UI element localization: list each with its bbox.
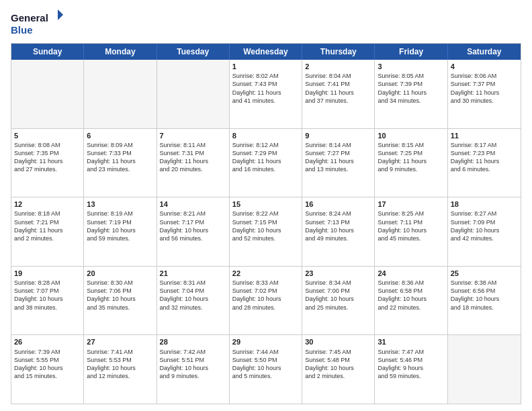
day-info: Sunrise: 7:41 AMSunset: 5:53 PMDaylight:… [87,348,153,381]
day-number: 17 [378,199,444,209]
calendar: SundayMondayTuesdayWednesdayThursdayFrid… [11,43,521,404]
day-number: 1 [232,62,299,71]
day-header-wednesday: Wednesday [230,44,302,60]
day-info: Sunrise: 8:04 AMSunset: 7:41 PMDaylight:… [305,72,371,105]
day-cell: 16Sunrise: 8:24 AMSunset: 7:13 PMDayligh… [302,197,375,266]
svg-text:General: General [11,12,48,24]
day-number: 24 [378,269,444,278]
day-cell [157,60,230,128]
day-info: Sunrise: 8:22 AMSunset: 7:15 PMDaylight:… [232,210,299,242]
day-cell: 7Sunrise: 8:11 AMSunset: 7:31 PMDaylight… [157,129,230,197]
day-cell: 27Sunrise: 7:41 AMSunset: 5:53 PMDayligh… [84,335,157,404]
day-info: Sunrise: 8:08 AMSunset: 7:35 PMDaylight:… [14,141,81,174]
day-cell: 13Sunrise: 8:19 AMSunset: 7:19 PMDayligh… [84,197,157,266]
day-cell: 20Sunrise: 8:30 AMSunset: 7:06 PMDayligh… [84,267,157,335]
day-info: Sunrise: 8:24 AMSunset: 7:13 PMDaylight:… [305,210,371,242]
day-number: 16 [305,199,371,209]
day-header-tuesday: Tuesday [157,44,230,60]
day-number: 21 [160,269,226,278]
page: General Blue SundayMondayTuesdayWednesda… [0,0,532,411]
day-info: Sunrise: 8:15 AMSunset: 7:25 PMDaylight:… [378,141,444,174]
day-cell: 22Sunrise: 8:33 AMSunset: 7:02 PMDayligh… [230,267,302,335]
day-number: 10 [378,131,444,140]
day-cell [84,60,157,128]
day-info: Sunrise: 8:33 AMSunset: 7:02 PMDaylight:… [232,279,299,312]
day-info: Sunrise: 8:09 AMSunset: 7:33 PMDaylight:… [87,141,153,174]
day-cell: 19Sunrise: 8:28 AMSunset: 7:07 PMDayligh… [11,267,84,335]
week-2: 5Sunrise: 8:08 AMSunset: 7:35 PMDaylight… [11,128,521,197]
day-number: 28 [160,337,226,347]
day-cell: 11Sunrise: 8:17 AMSunset: 7:23 PMDayligh… [448,129,521,197]
day-info: Sunrise: 8:34 AMSunset: 7:00 PMDaylight:… [305,279,371,312]
day-cell: 25Sunrise: 8:38 AMSunset: 6:56 PMDayligh… [448,267,521,335]
day-number: 2 [305,62,371,71]
day-cell [11,60,84,128]
week-5: 26Sunrise: 7:39 AMSunset: 5:55 PMDayligh… [11,334,521,404]
day-info: Sunrise: 7:39 AMSunset: 5:55 PMDaylight:… [14,348,81,381]
day-info: Sunrise: 8:02 AMSunset: 7:43 PMDaylight:… [232,72,299,105]
day-cell: 3Sunrise: 8:05 AMSunset: 7:39 PMDaylight… [375,60,447,128]
day-cell: 6Sunrise: 8:09 AMSunset: 7:33 PMDaylight… [84,129,157,197]
day-cell: 17Sunrise: 8:25 AMSunset: 7:11 PMDayligh… [375,197,447,266]
day-number: 29 [232,337,299,347]
svg-text:Blue: Blue [11,24,33,36]
day-number: 13 [87,199,153,209]
day-number: 27 [87,337,153,347]
day-number: 26 [14,337,81,347]
week-1: 1Sunrise: 8:02 AMSunset: 7:43 PMDaylight… [11,60,521,128]
day-cell: 10Sunrise: 8:15 AMSunset: 7:25 PMDayligh… [375,129,447,197]
day-number: 20 [87,269,153,278]
day-cell: 21Sunrise: 8:31 AMSunset: 7:04 PMDayligh… [157,267,230,335]
day-number: 11 [451,131,518,140]
day-header-saturday: Saturday [448,44,521,60]
day-info: Sunrise: 8:14 AMSunset: 7:27 PMDaylight:… [305,141,371,174]
svg-marker-1 [58,9,63,20]
week-4: 19Sunrise: 8:28 AMSunset: 7:07 PMDayligh… [11,266,521,335]
logo-icon: General Blue [11,8,64,38]
day-cell: 4Sunrise: 8:06 AMSunset: 7:37 PMDaylight… [448,60,521,128]
day-info: Sunrise: 8:18 AMSunset: 7:21 PMDaylight:… [14,210,81,242]
day-info: Sunrise: 7:44 AMSunset: 5:50 PMDaylight:… [232,348,299,381]
day-header-sunday: Sunday [11,44,84,60]
day-number: 6 [87,131,153,140]
day-headers: SundayMondayTuesdayWednesdayThursdayFrid… [11,44,521,60]
day-info: Sunrise: 8:28 AMSunset: 7:07 PMDaylight:… [14,279,81,312]
day-info: Sunrise: 8:12 AMSunset: 7:29 PMDaylight:… [232,141,299,174]
day-number: 18 [451,199,518,209]
day-number: 14 [160,199,226,209]
day-info: Sunrise: 8:30 AMSunset: 7:06 PMDaylight:… [87,279,153,312]
week-3: 12Sunrise: 8:18 AMSunset: 7:21 PMDayligh… [11,197,521,266]
day-cell: 18Sunrise: 8:27 AMSunset: 7:09 PMDayligh… [448,197,521,266]
weeks: 1Sunrise: 8:02 AMSunset: 7:43 PMDaylight… [11,60,521,404]
day-number: 9 [305,131,371,140]
day-header-monday: Monday [84,44,157,60]
day-cell: 1Sunrise: 8:02 AMSunset: 7:43 PMDaylight… [230,60,302,128]
day-info: Sunrise: 8:19 AMSunset: 7:19 PMDaylight:… [87,210,153,242]
day-number: 25 [451,269,518,278]
day-info: Sunrise: 8:38 AMSunset: 6:56 PMDaylight:… [451,279,518,312]
day-number: 23 [305,269,371,278]
day-info: Sunrise: 8:06 AMSunset: 7:37 PMDaylight:… [451,72,518,105]
day-cell: 5Sunrise: 8:08 AMSunset: 7:35 PMDaylight… [11,129,84,197]
day-number: 22 [232,269,299,278]
day-cell: 28Sunrise: 7:42 AMSunset: 5:51 PMDayligh… [157,335,230,404]
day-number: 30 [305,337,371,347]
day-cell: 12Sunrise: 8:18 AMSunset: 7:21 PMDayligh… [11,197,84,266]
day-number: 19 [14,269,81,278]
day-cell [448,335,521,404]
day-info: Sunrise: 7:45 AMSunset: 5:48 PMDaylight:… [305,348,371,381]
day-cell: 26Sunrise: 7:39 AMSunset: 5:55 PMDayligh… [11,335,84,404]
day-cell: 24Sunrise: 8:36 AMSunset: 6:58 PMDayligh… [375,267,447,335]
day-number: 15 [232,199,299,209]
day-info: Sunrise: 8:05 AMSunset: 7:39 PMDaylight:… [378,72,444,105]
day-info: Sunrise: 8:17 AMSunset: 7:23 PMDaylight:… [451,141,518,174]
logo: General Blue [11,8,64,38]
day-number: 8 [232,131,299,140]
day-info: Sunrise: 8:25 AMSunset: 7:11 PMDaylight:… [378,210,444,242]
day-number: 7 [160,131,226,140]
day-number: 3 [378,62,444,71]
day-number: 4 [451,62,518,71]
day-cell: 15Sunrise: 8:22 AMSunset: 7:15 PMDayligh… [230,197,302,266]
day-info: Sunrise: 8:21 AMSunset: 7:17 PMDaylight:… [160,210,226,242]
day-header-thursday: Thursday [302,44,375,60]
